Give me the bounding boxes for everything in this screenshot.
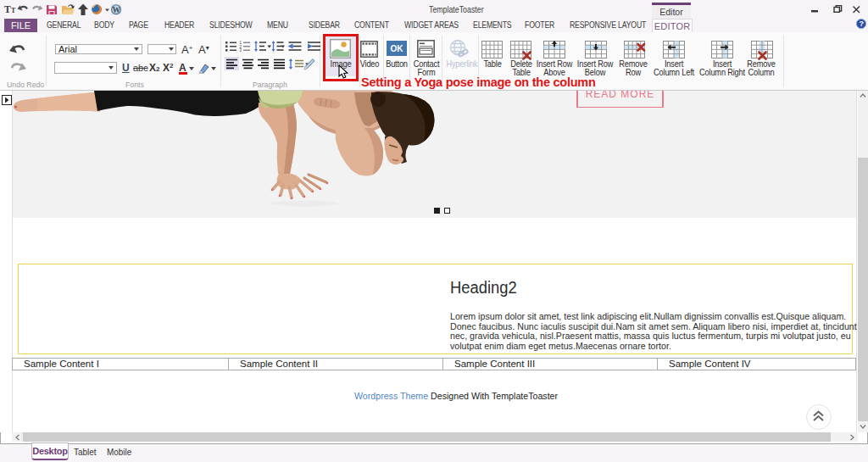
svg-text:3: 3 [240,48,242,52]
svg-text:T: T [11,7,16,14]
svg-text:OK: OK [391,44,404,53]
svg-text:W: W [112,6,120,14]
svg-text:T: T [4,4,11,14]
svg-text:?: ? [859,19,864,28]
